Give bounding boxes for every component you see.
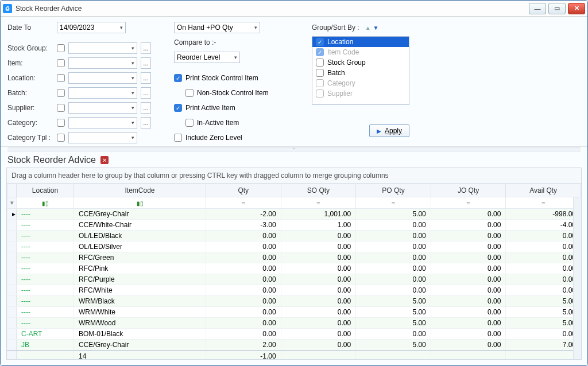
table-row[interactable]: ----RFC/Pink0.000.000.000.000.00	[7, 263, 581, 274]
location-more[interactable]: …	[141, 72, 151, 84]
chevron-down-icon: ▾	[120, 25, 123, 30]
grid: Drag a column header here to group by th…	[6, 168, 582, 360]
column-header[interactable]: PO Qty	[356, 184, 431, 197]
date-to-input[interactable]: 14/09/2023 ▾	[57, 22, 126, 33]
location-label: Location:	[7, 74, 53, 82]
batch-check[interactable]	[57, 89, 65, 97]
titlebar: ⎙ Stock Reorder Advice — ▭ ✕	[1, 1, 587, 17]
filter-mid-col: On Hand +PO Qty▾ Compare to :- Reorder L…	[174, 21, 289, 144]
filter-right-col: Group/Sort By : ▲ ▼ ✓Location✓Item CodeS…	[312, 21, 409, 144]
inactive-check[interactable]	[185, 119, 194, 127]
groupsort-item: ✓Item Code	[312, 47, 409, 57]
compare-to-combo[interactable]: Reorder Level▾	[174, 52, 240, 63]
column-header[interactable]: JO Qty	[431, 184, 506, 197]
table-row[interactable]: JBCCE/Grey-Chair2.000.005.000.007.00	[7, 340, 581, 351]
checkbox-icon[interactable]: ✓	[316, 48, 324, 56]
window-title: Stock Reorder Advice	[16, 5, 529, 13]
footer-row: 14 -1.00	[7, 351, 581, 359]
category-tpl-combo[interactable]: ▾	[68, 132, 137, 143]
item-combo[interactable]: ▾	[68, 57, 137, 69]
maximize-button[interactable]: ▭	[548, 3, 566, 14]
groupsort-item[interactable]: Batch	[312, 68, 409, 78]
data-table: LocationItemCodeQtySO QtyPO QtyJO QtyAva…	[7, 184, 581, 359]
sort-up-icon[interactable]: ▲	[365, 25, 371, 31]
table-row[interactable]: ----WRM/Wood0.000.005.000.005.00	[7, 318, 581, 329]
supplier-label: Supplier:	[7, 104, 53, 112]
groupsort-item-label: Location	[327, 38, 353, 46]
supplier-more[interactable]: …	[141, 102, 151, 114]
column-filter[interactable]: ▮▯	[17, 197, 74, 209]
column-filter[interactable]: =	[356, 197, 431, 209]
qty-mode-combo[interactable]: On Hand +PO Qty▾	[174, 22, 260, 33]
stock-group-check[interactable]	[57, 44, 65, 52]
item-check[interactable]	[57, 59, 65, 67]
checkbox-icon[interactable]	[316, 69, 324, 77]
column-header[interactable]: Location	[17, 184, 74, 197]
stock-group-combo[interactable]: ▾	[68, 42, 137, 54]
column-filter[interactable]: =	[281, 197, 356, 209]
category-check[interactable]	[57, 119, 65, 127]
checkbox-icon[interactable]	[316, 89, 324, 98]
category-combo[interactable]: ▾	[68, 117, 137, 129]
table-row[interactable]: ----RFC/White0.000.000.000.000.00	[7, 285, 581, 296]
column-header[interactable]: SO Qty	[281, 184, 356, 197]
checkbox-icon[interactable]	[316, 79, 324, 87]
column-header[interactable]: Avail Qty	[506, 184, 581, 197]
location-combo[interactable]: ▾	[68, 72, 137, 84]
sort-down-icon[interactable]: ▼	[373, 25, 379, 31]
print-active-check[interactable]: ✓	[174, 104, 182, 112]
table-row[interactable]: ----OL/LED/Silver0.000.000.000.000.00	[7, 242, 581, 252]
splitter[interactable]: ˄	[7, 147, 581, 151]
checkbox-icon[interactable]	[316, 59, 324, 67]
groupsort-item-label: Supplier	[327, 89, 353, 98]
table-row[interactable]: ----OL/LED/Black0.000.000.000.000.00	[7, 231, 581, 242]
batch-combo[interactable]: ▾	[68, 87, 137, 99]
groupsort-list[interactable]: ✓Location✓Item CodeStock GroupBatchCateg…	[312, 36, 409, 105]
apply-button[interactable]: ▶ Apply	[369, 124, 409, 137]
category-tpl-check[interactable]	[57, 134, 65, 142]
table-row[interactable]: ----WRM/Black0.000.005.000.005.00	[7, 296, 581, 307]
table-row[interactable]: ----CCE/White-Chair-3.001.000.000.00-4.0…	[7, 220, 581, 231]
groupsort-item: Category	[312, 78, 409, 88]
include-zero-check[interactable]	[174, 134, 182, 142]
item-more[interactable]: …	[141, 57, 151, 69]
column-filter[interactable]: =	[506, 197, 581, 209]
table-row[interactable]: ----WRM/White0.000.005.000.005.00	[7, 307, 581, 318]
filter-panel: Date To 14/09/2023 ▾ Stock Group: ▾ … It…	[1, 17, 587, 147]
close-button[interactable]: ✕	[568, 3, 585, 14]
supplier-combo[interactable]: ▾	[68, 102, 137, 114]
supplier-check[interactable]	[57, 104, 65, 112]
batch-more[interactable]: …	[141, 87, 151, 99]
table-row[interactable]: C-ARTBOM-01/Black0.000.000.000.000.00	[7, 329, 581, 340]
item-label: Item:	[7, 59, 53, 67]
include-zero-label: Include Zero Level	[185, 134, 242, 142]
print-stock-check[interactable]: ✓	[174, 74, 182, 82]
category-tpl-label: Category Tpl :	[7, 134, 53, 142]
footer-qty: -1.00	[206, 351, 281, 359]
checkbox-icon[interactable]: ✓	[316, 38, 324, 46]
table-row[interactable]: ▸----CCE/Grey-Chair-2.001,001.005.000.00…	[7, 209, 581, 220]
non-stock-check[interactable]	[185, 89, 194, 97]
app-window: ⎙ Stock Reorder Advice — ▭ ✕ Date To 14/…	[0, 0, 588, 366]
stock-group-more[interactable]: …	[141, 42, 151, 54]
groupsort-item: Supplier	[312, 88, 409, 99]
column-filter[interactable]: =	[431, 197, 506, 209]
column-header[interactable]: ItemCode	[74, 184, 206, 197]
vertical-scrollbar[interactable]	[573, 197, 581, 359]
column-filter[interactable]: =	[206, 197, 281, 209]
print-stock-label: Print Stock Control Item	[185, 74, 258, 82]
groupsort-item[interactable]: Stock Group	[312, 57, 409, 68]
app-icon: ⎙	[3, 4, 12, 13]
group-hint[interactable]: Drag a column header here to group by th…	[7, 168, 581, 184]
location-check[interactable]	[57, 74, 65, 82]
table-row[interactable]: ----RFC/Purple0.000.000.000.000.00	[7, 274, 581, 285]
inactive-label: In-Active Item	[197, 119, 239, 127]
category-more[interactable]: …	[141, 117, 151, 129]
groupsort-item[interactable]: ✓Location	[312, 37, 409, 47]
batch-label: Batch:	[7, 89, 53, 97]
minimize-button[interactable]: —	[529, 3, 546, 14]
grid-close-icon[interactable]: ✕	[100, 156, 109, 164]
table-row[interactable]: ----RFC/Green0.000.000.000.000.00	[7, 252, 581, 263]
column-header[interactable]: Qty	[206, 184, 281, 197]
column-filter[interactable]: ▮▯	[74, 197, 206, 209]
